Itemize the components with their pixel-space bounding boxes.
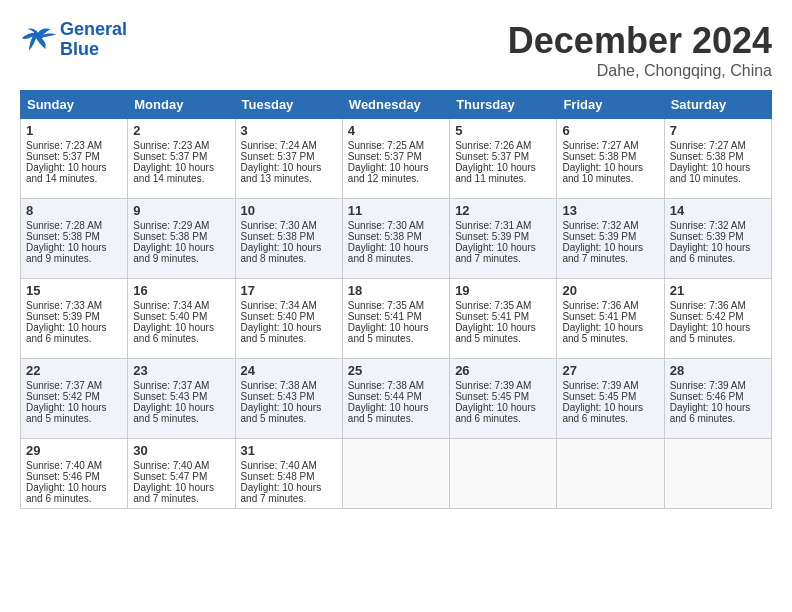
- sunrise-text: Sunrise: 7:39 AM: [670, 380, 746, 391]
- sunrise-text: Sunrise: 7:36 AM: [562, 300, 638, 311]
- daylight-text: Daylight: 10 hours: [133, 162, 214, 173]
- daylight-minutes: and 9 minutes.: [133, 253, 199, 264]
- daylight-text: Daylight: 10 hours: [26, 482, 107, 493]
- sunset-text: Sunset: 5:45 PM: [562, 391, 636, 402]
- day-number: 3: [241, 123, 337, 138]
- sunrise-text: Sunrise: 7:37 AM: [26, 380, 102, 391]
- sunset-text: Sunset: 5:38 PM: [670, 151, 744, 162]
- sunset-text: Sunset: 5:38 PM: [348, 231, 422, 242]
- sunrise-text: Sunrise: 7:38 AM: [241, 380, 317, 391]
- sunset-text: Sunset: 5:38 PM: [133, 231, 207, 242]
- calendar-cell: 11 Sunrise: 7:30 AM Sunset: 5:38 PM Dayl…: [342, 199, 449, 279]
- day-number: 14: [670, 203, 766, 218]
- sunrise-text: Sunrise: 7:31 AM: [455, 220, 531, 231]
- calendar-cell: 1 Sunrise: 7:23 AM Sunset: 5:37 PM Dayli…: [21, 119, 128, 199]
- calendar-cell: 21 Sunrise: 7:36 AM Sunset: 5:42 PM Dayl…: [664, 279, 771, 359]
- sunset-text: Sunset: 5:42 PM: [26, 391, 100, 402]
- day-number: 20: [562, 283, 658, 298]
- day-number: 5: [455, 123, 551, 138]
- calendar-cell: 2 Sunrise: 7:23 AM Sunset: 5:37 PM Dayli…: [128, 119, 235, 199]
- day-number: 26: [455, 363, 551, 378]
- daylight-text: Daylight: 10 hours: [562, 402, 643, 413]
- day-number: 29: [26, 443, 122, 458]
- sunrise-text: Sunrise: 7:37 AM: [133, 380, 209, 391]
- day-number: 9: [133, 203, 229, 218]
- daylight-text: Daylight: 10 hours: [455, 162, 536, 173]
- sunrise-text: Sunrise: 7:27 AM: [562, 140, 638, 151]
- sunset-text: Sunset: 5:41 PM: [562, 311, 636, 322]
- day-number: 24: [241, 363, 337, 378]
- daylight-minutes: and 5 minutes.: [348, 333, 414, 344]
- calendar-cell: 14 Sunrise: 7:32 AM Sunset: 5:39 PM Dayl…: [664, 199, 771, 279]
- calendar-cell: 26 Sunrise: 7:39 AM Sunset: 5:45 PM Dayl…: [450, 359, 557, 439]
- daylight-minutes: and 6 minutes.: [670, 413, 736, 424]
- sunset-text: Sunset: 5:48 PM: [241, 471, 315, 482]
- sunrise-text: Sunrise: 7:33 AM: [26, 300, 102, 311]
- daylight-text: Daylight: 10 hours: [241, 162, 322, 173]
- calendar-cell: 24 Sunrise: 7:38 AM Sunset: 5:43 PM Dayl…: [235, 359, 342, 439]
- calendar-cell: 31 Sunrise: 7:40 AM Sunset: 5:48 PM Dayl…: [235, 439, 342, 509]
- sunset-text: Sunset: 5:46 PM: [26, 471, 100, 482]
- daylight-minutes: and 14 minutes.: [26, 173, 97, 184]
- sunset-text: Sunset: 5:39 PM: [455, 231, 529, 242]
- logo-icon: [20, 25, 56, 55]
- day-number: 7: [670, 123, 766, 138]
- day-number: 1: [26, 123, 122, 138]
- calendar-cell: 22 Sunrise: 7:37 AM Sunset: 5:42 PM Dayl…: [21, 359, 128, 439]
- sunrise-text: Sunrise: 7:32 AM: [562, 220, 638, 231]
- day-number: 23: [133, 363, 229, 378]
- sunrise-text: Sunrise: 7:28 AM: [26, 220, 102, 231]
- daylight-minutes: and 6 minutes.: [670, 253, 736, 264]
- daylight-text: Daylight: 10 hours: [348, 242, 429, 253]
- daylight-text: Daylight: 10 hours: [670, 162, 751, 173]
- daylight-text: Daylight: 10 hours: [133, 482, 214, 493]
- daylight-text: Daylight: 10 hours: [26, 402, 107, 413]
- daylight-minutes: and 10 minutes.: [562, 173, 633, 184]
- calendar-cell: 8 Sunrise: 7:28 AM Sunset: 5:38 PM Dayli…: [21, 199, 128, 279]
- calendar-cell: 9 Sunrise: 7:29 AM Sunset: 5:38 PM Dayli…: [128, 199, 235, 279]
- calendar-cell: 28 Sunrise: 7:39 AM Sunset: 5:46 PM Dayl…: [664, 359, 771, 439]
- calendar-cell: 20 Sunrise: 7:36 AM Sunset: 5:41 PM Dayl…: [557, 279, 664, 359]
- daylight-text: Daylight: 10 hours: [455, 322, 536, 333]
- daylight-minutes: and 9 minutes.: [26, 253, 92, 264]
- logo: General Blue: [20, 20, 127, 60]
- sunrise-text: Sunrise: 7:36 AM: [670, 300, 746, 311]
- daylight-text: Daylight: 10 hours: [133, 242, 214, 253]
- sunset-text: Sunset: 5:41 PM: [348, 311, 422, 322]
- day-number: 28: [670, 363, 766, 378]
- week-row-3: 15 Sunrise: 7:33 AM Sunset: 5:39 PM Dayl…: [21, 279, 772, 359]
- day-number: 27: [562, 363, 658, 378]
- sunset-text: Sunset: 5:47 PM: [133, 471, 207, 482]
- daylight-text: Daylight: 10 hours: [562, 242, 643, 253]
- day-number: 31: [241, 443, 337, 458]
- calendar-cell: 7 Sunrise: 7:27 AM Sunset: 5:38 PM Dayli…: [664, 119, 771, 199]
- daylight-minutes: and 5 minutes.: [562, 333, 628, 344]
- day-number: 11: [348, 203, 444, 218]
- calendar-cell: 23 Sunrise: 7:37 AM Sunset: 5:43 PM Dayl…: [128, 359, 235, 439]
- sunset-text: Sunset: 5:38 PM: [26, 231, 100, 242]
- day-number: 10: [241, 203, 337, 218]
- day-number: 22: [26, 363, 122, 378]
- sunrise-text: Sunrise: 7:40 AM: [241, 460, 317, 471]
- sunrise-text: Sunrise: 7:39 AM: [562, 380, 638, 391]
- day-number: 25: [348, 363, 444, 378]
- day-number: 2: [133, 123, 229, 138]
- calendar-cell: 4 Sunrise: 7:25 AM Sunset: 5:37 PM Dayli…: [342, 119, 449, 199]
- day-number: 18: [348, 283, 444, 298]
- day-number: 4: [348, 123, 444, 138]
- day-number: 19: [455, 283, 551, 298]
- daylight-minutes: and 5 minutes.: [670, 333, 736, 344]
- location-title: Dahe, Chongqing, China: [508, 62, 772, 80]
- title-area: December 2024 Dahe, Chongqing, China: [508, 20, 772, 80]
- week-row-1: 1 Sunrise: 7:23 AM Sunset: 5:37 PM Dayli…: [21, 119, 772, 199]
- day-number: 8: [26, 203, 122, 218]
- sunset-text: Sunset: 5:39 PM: [26, 311, 100, 322]
- sunset-text: Sunset: 5:37 PM: [133, 151, 207, 162]
- week-row-4: 22 Sunrise: 7:37 AM Sunset: 5:42 PM Dayl…: [21, 359, 772, 439]
- sunrise-text: Sunrise: 7:24 AM: [241, 140, 317, 151]
- day-number: 13: [562, 203, 658, 218]
- daylight-minutes: and 6 minutes.: [26, 333, 92, 344]
- day-number: 6: [562, 123, 658, 138]
- daylight-text: Daylight: 10 hours: [241, 242, 322, 253]
- daylight-text: Daylight: 10 hours: [133, 322, 214, 333]
